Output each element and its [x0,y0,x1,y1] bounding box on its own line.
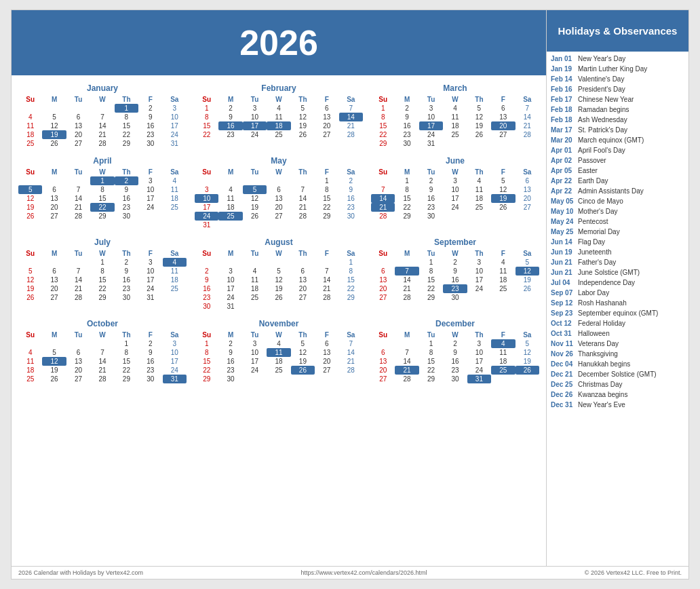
calendar-day[interactable]: 8 [395,185,419,194]
calendar-day[interactable]: 10 [443,185,467,194]
calendar-day[interactable]: 5 [42,113,66,121]
calendar-day[interactable]: 1 [339,258,363,267]
calendar-day[interactable]: 19 [243,203,267,212]
calendar-day[interactable]: 24 [467,284,491,293]
calendar-day[interactable]: 12 [42,357,66,366]
calendar-day[interactable]: 28 [395,375,419,383]
calendar-day[interactable]: 29 [419,293,443,302]
calendar-day[interactable]: 8 [419,348,443,357]
calendar-day[interactable]: 10 [138,185,162,194]
calendar-day[interactable]: 4 [218,185,242,194]
calendar-day[interactable] [243,221,267,229]
calendar-day[interactable]: 18 [163,194,187,203]
calendar-day[interactable]: 25 [163,203,187,212]
calendar-day[interactable]: 24 [443,203,467,212]
calendar-day[interactable]: 9 [443,348,467,357]
calendar-day[interactable]: 28 [339,130,363,139]
calendar-day[interactable]: 26 [291,130,315,139]
calendar-day[interactable] [491,139,515,148]
calendar-day[interactable]: 5 [243,185,267,194]
calendar-day[interactable]: 2 [138,104,162,113]
calendar-day[interactable]: 27 [42,293,66,302]
calendar-day[interactable]: 20 [291,284,315,293]
calendar-day[interactable]: 19 [467,121,491,130]
calendar-day[interactable]: 9 [115,185,138,194]
calendar-day[interactable]: 10 [467,267,491,276]
calendar-day[interactable]: 22 [90,284,114,293]
calendar-day[interactable]: 24 [419,130,443,139]
calendar-day[interactable]: 16 [443,276,467,284]
calendar-day[interactable]: 10 [243,113,267,121]
calendar-day[interactable]: 2 [419,176,443,185]
calendar-day[interactable]: 30 [419,212,443,221]
calendar-day[interactable]: 23 [339,203,363,212]
calendar-day[interactable]: 10 [195,194,218,203]
calendar-day[interactable] [339,221,363,229]
calendar-day[interactable] [218,221,242,229]
calendar-day[interactable] [267,302,290,311]
calendar-day[interactable]: 16 [218,121,242,130]
calendar-day[interactable]: 6 [315,104,338,113]
calendar-day[interactable] [315,302,338,311]
calendar-day[interactable]: 5 [467,104,491,113]
calendar-day[interactable]: 15 [90,276,114,284]
calendar-day[interactable] [18,176,42,185]
calendar-day[interactable]: 4 [267,339,290,348]
calendar-day[interactable]: 14 [90,357,114,366]
calendar-day[interactable] [395,258,419,267]
calendar-day[interactable]: 5 [267,267,290,276]
calendar-day[interactable]: 12 [291,113,315,121]
calendar-day[interactable]: 12 [516,348,539,357]
calendar-day[interactable]: 16 [443,357,467,366]
calendar-day[interactable]: 14 [339,348,363,357]
calendar-day[interactable]: 16 [218,357,242,366]
calendar-day[interactable] [66,176,90,185]
calendar-day[interactable]: 16 [115,194,138,203]
calendar-day[interactable]: 1 [115,104,138,113]
calendar-day[interactable] [66,104,90,113]
calendar-day[interactable]: 12 [516,267,539,276]
calendar-day[interactable]: 31 [218,302,242,311]
calendar-day[interactable]: 26 [18,293,42,302]
calendar-day[interactable]: 21 [66,284,90,293]
calendar-day[interactable]: 13 [66,357,90,366]
calendar-day[interactable]: 10 [218,276,242,284]
calendar-day[interactable]: 6 [371,267,395,276]
calendar-day[interactable]: 15 [315,194,338,203]
calendar-day[interactable]: 31 [195,221,218,229]
calendar-day[interactable]: 28 [395,293,419,302]
calendar-day[interactable]: 10 [163,113,187,121]
calendar-day[interactable] [443,212,467,221]
calendar-day[interactable]: 19 [291,121,315,130]
calendar-day[interactable]: 2 [218,339,242,348]
calendar-day[interactable]: 6 [491,104,515,113]
calendar-day[interactable]: 13 [516,185,539,194]
calendar-day[interactable]: 9 [138,348,162,357]
calendar-day[interactable]: 19 [18,284,42,293]
calendar-day[interactable]: 3 [163,339,187,348]
calendar-day[interactable]: 12 [467,113,491,121]
calendar-day[interactable]: 15 [419,276,443,284]
calendar-day[interactable]: 6 [42,267,66,276]
calendar-day[interactable] [243,375,267,383]
calendar-day[interactable]: 5 [18,185,42,194]
calendar-day[interactable]: 31 [163,139,187,148]
calendar-day[interactable]: 27 [291,293,315,302]
calendar-day[interactable] [195,258,218,267]
calendar-day[interactable] [267,375,290,383]
calendar-day[interactable]: 2 [339,176,363,185]
calendar-day[interactable]: 2 [115,176,138,185]
calendar-day[interactable] [315,221,338,229]
calendar-day[interactable]: 6 [291,267,315,276]
calendar-day[interactable]: 8 [195,348,218,357]
calendar-day[interactable]: 12 [243,194,267,203]
calendar-day[interactable]: 13 [371,276,395,284]
calendar-day[interactable]: 31 [467,375,491,383]
calendar-day[interactable] [371,258,395,267]
calendar-day[interactable] [291,258,315,267]
calendar-day[interactable]: 9 [218,113,242,121]
calendar-day[interactable]: 20 [267,203,290,212]
calendar-day[interactable]: 20 [491,121,515,130]
calendar-day[interactable] [516,293,539,302]
calendar-day[interactable]: 25 [491,284,515,293]
